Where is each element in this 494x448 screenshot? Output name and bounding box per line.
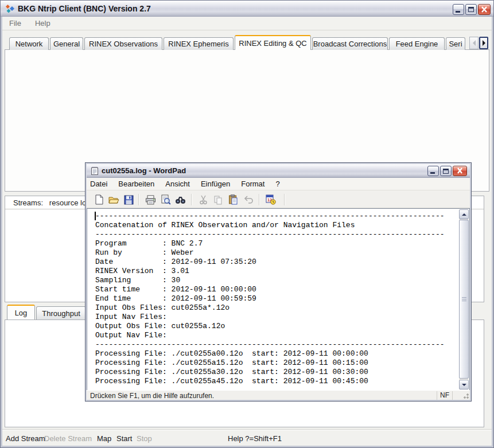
bnc-menubar: File Help bbox=[2, 17, 492, 30]
chevron-down-icon bbox=[462, 384, 466, 386]
bnc-app-icon bbox=[5, 4, 15, 14]
doc-line: Start time : 2012-09-11 00:00:00 bbox=[95, 285, 460, 294]
wordpad-document-area[interactable]: ----------------------------------------… bbox=[87, 208, 470, 391]
tab-rinex-observations[interactable]: RINEX Observations bbox=[84, 37, 162, 50]
minimize-icon bbox=[430, 172, 435, 174]
minimize-button[interactable] bbox=[453, 4, 464, 15]
doc-line: ----------------------------------------… bbox=[95, 212, 460, 221]
tab-scroll-left-button[interactable] bbox=[469, 37, 479, 49]
scroll-down-button[interactable] bbox=[459, 380, 469, 389]
doc-line: Sampling : 30 bbox=[95, 276, 460, 285]
menu-bearbeiten[interactable]: Bearbeiten bbox=[118, 180, 154, 188]
wordpad-minimize-button[interactable] bbox=[427, 166, 439, 176]
toolbar-separator bbox=[191, 194, 192, 205]
doc-line: Date : 2012-09-11 07:35:20 bbox=[95, 258, 460, 267]
toolbar-separator bbox=[284, 194, 285, 205]
open-icon[interactable] bbox=[107, 193, 120, 206]
wordpad-menubar: Datei Bearbeiten Ansicht Einfügen Format… bbox=[87, 178, 470, 190]
doc-line: Processing File: ./cut0255a30.12o start:… bbox=[95, 368, 460, 377]
doc-line: Output Obs File: cut0255a.12o bbox=[95, 322, 460, 331]
tab-scroll-right-button[interactable] bbox=[479, 37, 488, 49]
menu-einfuegen[interactable]: Einfügen bbox=[201, 180, 230, 188]
doc-line: Processing File: ./cut0255a00.12o start:… bbox=[95, 349, 460, 359]
toolbar-separator bbox=[138, 194, 139, 205]
wordpad-close-button[interactable] bbox=[453, 166, 467, 176]
help-button[interactable]: Help ?=Shift+F1 bbox=[228, 434, 282, 443]
add-stream-button[interactable]: Add Stream bbox=[6, 434, 45, 443]
stop-button: Stop bbox=[137, 434, 152, 443]
wordpad-statusbar: Drücken Sie F1, um die Hilfe aufzurufen.… bbox=[87, 390, 470, 400]
paste-icon[interactable] bbox=[227, 193, 239, 206]
menu-ansicht[interactable]: Ansicht bbox=[165, 180, 190, 188]
chevron-up-icon bbox=[462, 213, 466, 216]
doc-line: Concatenation of RINEX Observation and/o… bbox=[95, 221, 460, 230]
find-icon[interactable] bbox=[174, 193, 186, 206]
toolbar-separator bbox=[259, 194, 260, 205]
menu-file[interactable]: File bbox=[9, 19, 21, 28]
tab-serial[interactable]: Seri bbox=[446, 37, 465, 50]
cut-icon bbox=[197, 193, 209, 206]
doc-line: ----------------------------------------… bbox=[95, 230, 460, 239]
tab-throughput[interactable]: Throughput bbox=[36, 306, 86, 320]
doc-line: Processing File: ./cut0255a45.12o start:… bbox=[95, 377, 460, 386]
tab-general[interactable]: General bbox=[50, 37, 83, 50]
doc-line: Input Obs Files: cut0255a*.12o bbox=[95, 303, 460, 313]
menu-help[interactable]: Help bbox=[35, 19, 50, 28]
new-document-icon[interactable] bbox=[92, 193, 105, 206]
map-button[interactable]: Map bbox=[97, 434, 111, 443]
print-icon[interactable] bbox=[144, 193, 157, 206]
doc-line: Run by : Weber bbox=[95, 248, 460, 258]
copy-icon bbox=[212, 193, 224, 206]
doc-line: Program : BNC 2.7 bbox=[95, 239, 460, 248]
wordpad-title: cut0255a.log - WordPad bbox=[102, 166, 186, 175]
wordpad-titlebar[interactable]: cut0255a.log - WordPad bbox=[87, 164, 470, 178]
maximize-icon bbox=[468, 7, 474, 12]
doc-line: Processing File: ./cut0255a15.12o start:… bbox=[95, 359, 460, 368]
scroll-up-button[interactable] bbox=[459, 209, 469, 219]
wordpad-document-icon bbox=[90, 166, 99, 176]
text-cursor bbox=[95, 212, 96, 220]
tab-log[interactable]: Log bbox=[7, 305, 35, 320]
bnc-titlebar[interactable]: BKG Ntrip Client (BNC) Version 2.7 bbox=[1, 1, 493, 17]
doc-line: Output Nav File: bbox=[95, 331, 460, 340]
insert-date-time-icon[interactable]: 12 bbox=[264, 193, 277, 206]
maximize-icon bbox=[443, 169, 449, 174]
wordpad-toolbar: 12 bbox=[87, 190, 470, 208]
chevron-left-icon bbox=[473, 40, 476, 46]
start-button[interactable]: Start bbox=[116, 434, 132, 443]
close-button[interactable] bbox=[478, 4, 491, 15]
menu-datei[interactable]: Datei bbox=[90, 180, 107, 188]
footer-divider bbox=[2, 429, 492, 430]
tab-broadcast-corrections[interactable]: Broadcast Corrections bbox=[312, 37, 388, 50]
doc-line: End time : 2012-09-11 00:59:59 bbox=[95, 294, 460, 303]
tab-rinex-editing-qc[interactable]: RINEX Editing & QC bbox=[235, 35, 311, 50]
doc-line: ----------------------------------------… bbox=[95, 340, 460, 349]
delete-stream-button: Delete Stream bbox=[44, 434, 92, 443]
wordpad-maximize-button[interactable] bbox=[440, 166, 452, 176]
tab-feed-engine[interactable]: Feed Engine bbox=[389, 37, 445, 50]
scrollbar-thumb[interactable] bbox=[459, 220, 469, 379]
print-preview-icon[interactable] bbox=[159, 193, 172, 206]
status-message: Drücken Sie F1, um die Hilfe aufzurufen. bbox=[90, 392, 214, 400]
maximize-button[interactable] bbox=[465, 4, 477, 15]
doc-line: Input Nav Files: bbox=[95, 313, 460, 322]
chevron-right-icon bbox=[483, 40, 485, 46]
tabbar: Network General RINEX Observations RINEX… bbox=[9, 35, 465, 50]
resize-grip-icon[interactable] bbox=[462, 392, 469, 399]
status-nf-indicator: NF bbox=[437, 391, 453, 400]
undo-icon bbox=[242, 193, 254, 206]
close-icon bbox=[479, 5, 490, 14]
save-icon[interactable] bbox=[122, 193, 135, 206]
menu-format[interactable]: Format bbox=[241, 180, 264, 188]
screen: BKG Ntrip Client (BNC) Version 2.7 File … bbox=[0, 0, 494, 448]
wordpad-window: cut0255a.log - WordPad Datei Bearbeiten … bbox=[85, 162, 472, 402]
window-title: BKG Ntrip Client (BNC) Version 2.7 bbox=[18, 4, 151, 13]
minimize-icon bbox=[456, 11, 460, 13]
tab-rinex-ephemeris[interactable]: RINEX Ephemeris bbox=[164, 37, 234, 50]
close-icon bbox=[453, 166, 466, 176]
doc-line: RINEX Version : 3.01 bbox=[95, 267, 460, 276]
vertical-scrollbar[interactable] bbox=[459, 209, 469, 389]
document-text: ----------------------------------------… bbox=[87, 209, 460, 390]
menu-hilfe[interactable]: ? bbox=[275, 180, 279, 188]
tab-network[interactable]: Network bbox=[9, 37, 49, 50]
